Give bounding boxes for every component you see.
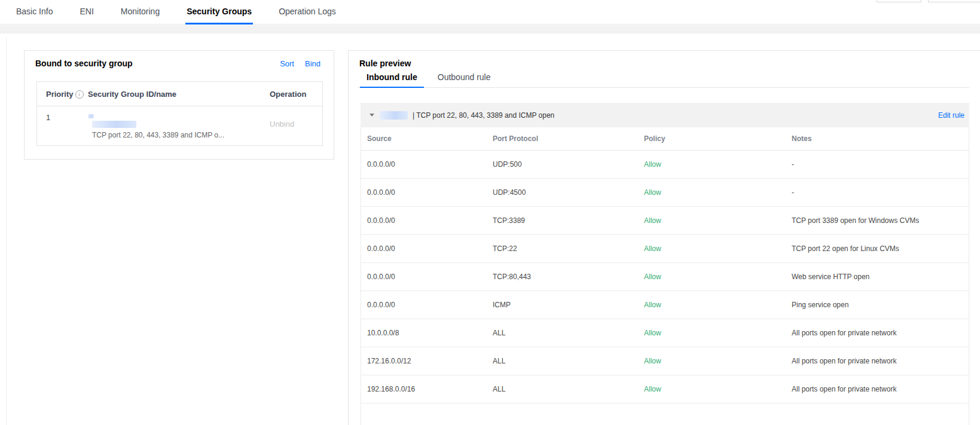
redacted-sg-name [380, 111, 408, 120]
source-cell: 0.0.0.0/0 [367, 273, 493, 281]
rule-preview-panel: Rule preview Inbound ruleOutbound rule |… [348, 50, 980, 425]
notes-cell: All ports open for private network [792, 357, 969, 365]
column-policy: Policy [644, 134, 792, 143]
inbound-rules-table: SourcePort ProtocolPolicyNotes 0.0.0.0/0… [361, 127, 969, 425]
column-operation: Operation [270, 90, 322, 99]
port-protocol-cell: TCP:80,443 [493, 273, 644, 281]
source-cell: 0.0.0.0/0 [367, 160, 493, 169]
security-group-rule-header: | TCP port 22, 80, 443, 3389 and ICMP op… [361, 103, 969, 127]
rule-row: 0.0.0.0/0TCP:3389AllowTCP port 3389 open… [361, 207, 969, 235]
rules-table-body: 0.0.0.0/0UDP:500Allow-0.0.0.0/0UDP:4500A… [361, 151, 969, 403]
policy-cell: Allow [644, 385, 792, 393]
rule-tabs: Inbound ruleOutbound rule [358, 72, 969, 88]
main-tabs: Basic InfoENIMonitoringSecurity GroupsOp… [0, 0, 980, 25]
info-icon[interactable]: i [75, 90, 84, 99]
notes-cell: TCP port 3389 open for Windows CVMs [792, 216, 969, 225]
policy-cell: Allow [644, 301, 792, 309]
bound-group-table: Priorityi Security Group ID/name Operati… [36, 81, 323, 146]
port-protocol-cell: TCP:22 [493, 244, 644, 253]
policy-cell: Allow [644, 188, 792, 197]
column-source: Source [367, 134, 493, 143]
tab-inbound-rule[interactable]: Inbound rule [360, 72, 424, 88]
tab-monitoring[interactable]: Monitoring [120, 0, 161, 25]
redacted-sg-id [88, 114, 94, 118]
source-cell: 0.0.0.0/0 [367, 301, 493, 309]
policy-cell: Allow [644, 216, 792, 225]
port-protocol-cell: ALL [493, 385, 644, 393]
source-cell: 10.0.0.0/8 [367, 329, 493, 337]
notes-cell: TCP port 22 open for Linux CVMs [792, 244, 969, 253]
rule-header-text: | TCP port 22, 80, 443, 3389 and ICMP op… [413, 111, 554, 120]
rule-row: 192.168.0.0/16ALLAllowAll ports open for… [361, 375, 969, 403]
port-protocol-cell: UDP:500 [493, 160, 644, 169]
rule-row: 172.16.0.0/12ALLAllowAll ports open for … [361, 347, 969, 375]
source-cell: 0.0.0.0/0 [367, 216, 493, 225]
port-protocol-cell: ICMP [493, 301, 644, 309]
detail-tabbar: Basic InfoENIMonitoringSecurity GroupsOp… [0, 0, 980, 25]
cutoff-button-right[interactable] [928, 0, 980, 2]
notes-cell: All ports open for private network [792, 385, 969, 393]
source-cell: 0.0.0.0/0 [367, 188, 493, 197]
column-notes: Notes [792, 134, 969, 143]
source-cell: 172.16.0.0/12 [367, 357, 493, 365]
port-protocol-cell: UDP:4500 [493, 188, 644, 197]
source-cell: 0.0.0.0/0 [367, 244, 493, 253]
notes-cell: - [792, 188, 969, 197]
rule-row: 0.0.0.0/0TCP:22AllowTCP port 22 open for… [361, 235, 969, 263]
port-protocol-cell: TCP:3389 [493, 216, 644, 225]
sg-id-name-cell: TCP port 22, 80, 443, 3389 and ICMP o... [88, 106, 270, 145]
bound-group-row: 1 TCP port 22, 80, 443, 3389 and ICMP o.… [37, 106, 322, 145]
rule-preview-title: Rule preview [359, 59, 411, 68]
tab-operation-logs[interactable]: Operation Logs [277, 0, 337, 25]
sg-description: TCP port 22, 80, 443, 3389 and ICMP o... [92, 131, 270, 139]
policy-cell: Allow [644, 329, 792, 337]
rule-row: 0.0.0.0/0UDP:500Allow- [361, 151, 969, 179]
bound-table-header: Priorityi Security Group ID/name Operati… [37, 82, 322, 106]
bound-panel-title: Bound to security group [35, 59, 133, 68]
sort-link[interactable]: Sort [280, 59, 294, 68]
cutoff-button-left[interactable] [877, 0, 921, 2]
priority-value: 1 [46, 106, 88, 145]
bind-link[interactable]: Bind [305, 59, 320, 68]
unbind-link[interactable]: Unbind [270, 120, 294, 129]
column-port-protocol: Port Protocol [493, 134, 644, 143]
notes-cell: - [792, 160, 969, 169]
column-priority: Priorityi [46, 90, 88, 99]
notes-cell: Ping service open [792, 301, 969, 309]
column-sg-id-name: Security Group ID/name [88, 90, 270, 99]
port-protocol-cell: ALL [493, 357, 644, 365]
tab-basic-info[interactable]: Basic Info [15, 0, 54, 25]
collapse-caret-icon[interactable] [370, 114, 374, 117]
separator-band [0, 25, 980, 33]
notes-cell: Web service HTTP open [792, 273, 969, 281]
tab-eni[interactable]: ENI [78, 0, 94, 25]
notes-cell: All ports open for private network [792, 329, 969, 337]
rule-row: 0.0.0.0/0TCP:80,443AllowWeb service HTTP… [361, 263, 969, 291]
port-protocol-cell: ALL [493, 329, 644, 337]
policy-cell: Allow [644, 357, 792, 365]
edit-rule-link[interactable]: Edit rule [938, 111, 964, 120]
policy-cell: Allow [644, 160, 792, 169]
bound-security-group-panel: Bound to security group Sort Bind Priori… [24, 50, 334, 160]
rule-row: 10.0.0.0/8ALLAllowAll ports open for pri… [361, 319, 969, 347]
tab-security-groups[interactable]: Security Groups [185, 0, 253, 25]
rule-row: 0.0.0.0/0UDP:4500Allow- [361, 179, 969, 207]
policy-cell: Allow [644, 244, 792, 253]
source-cell: 192.168.0.0/16 [367, 385, 493, 393]
tab-outbound-rule[interactable]: Outbound rule [431, 72, 497, 88]
partial-cutoff-row [361, 403, 969, 425]
rule-row: 0.0.0.0/0ICMPAllowPing service open [361, 291, 969, 319]
priority-header-label: Priority [46, 90, 74, 99]
policy-cell: Allow [644, 273, 792, 281]
operation-cell: Unbind [270, 106, 322, 145]
content-left-edge [6, 37, 7, 425]
rules-table-header: SourcePort ProtocolPolicyNotes [361, 127, 969, 151]
redacted-sg-name [92, 121, 136, 128]
